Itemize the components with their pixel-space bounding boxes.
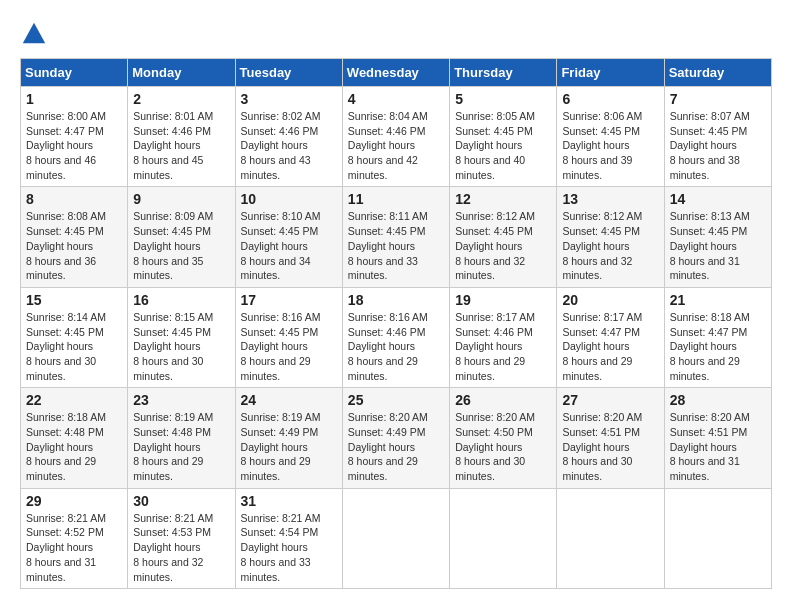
day-detail: Sunrise: 8:21 AMSunset: 4:53 PMDaylight … bbox=[133, 512, 213, 583]
day-header-wednesday: Wednesday bbox=[342, 59, 449, 87]
calendar-table: SundayMondayTuesdayWednesdayThursdayFrid… bbox=[20, 58, 772, 589]
calendar-day-cell: 28 Sunrise: 8:20 AMSunset: 4:51 PMDaylig… bbox=[664, 388, 771, 488]
calendar-day-cell: 8 Sunrise: 8:08 AMSunset: 4:45 PMDayligh… bbox=[21, 187, 128, 287]
day-detail: Sunrise: 8:12 AMSunset: 4:45 PMDaylight … bbox=[562, 210, 642, 281]
day-detail: Sunrise: 8:20 AMSunset: 4:51 PMDaylight … bbox=[562, 411, 642, 482]
calendar-day-cell: 26 Sunrise: 8:20 AMSunset: 4:50 PMDaylig… bbox=[450, 388, 557, 488]
calendar-day-cell: 3 Sunrise: 8:02 AMSunset: 4:46 PMDayligh… bbox=[235, 87, 342, 187]
calendar-day-cell: 29 Sunrise: 8:21 AMSunset: 4:52 PMDaylig… bbox=[21, 488, 128, 588]
day-number: 16 bbox=[133, 292, 229, 308]
calendar-day-cell: 18 Sunrise: 8:16 AMSunset: 4:46 PMDaylig… bbox=[342, 287, 449, 387]
calendar-day-cell: 7 Sunrise: 8:07 AMSunset: 4:45 PMDayligh… bbox=[664, 87, 771, 187]
day-header-tuesday: Tuesday bbox=[235, 59, 342, 87]
day-detail: Sunrise: 8:19 AMSunset: 4:49 PMDaylight … bbox=[241, 411, 321, 482]
day-detail: Sunrise: 8:18 AMSunset: 4:47 PMDaylight … bbox=[670, 311, 750, 382]
calendar-header-row: SundayMondayTuesdayWednesdayThursdayFrid… bbox=[21, 59, 772, 87]
calendar-day-cell bbox=[664, 488, 771, 588]
day-detail: Sunrise: 8:11 AMSunset: 4:45 PMDaylight … bbox=[348, 210, 428, 281]
day-detail: Sunrise: 8:17 AMSunset: 4:47 PMDaylight … bbox=[562, 311, 642, 382]
calendar-day-cell bbox=[557, 488, 664, 588]
day-number: 31 bbox=[241, 493, 337, 509]
day-detail: Sunrise: 8:08 AMSunset: 4:45 PMDaylight … bbox=[26, 210, 106, 281]
day-number: 26 bbox=[455, 392, 551, 408]
day-detail: Sunrise: 8:10 AMSunset: 4:45 PMDaylight … bbox=[241, 210, 321, 281]
calendar-day-cell: 21 Sunrise: 8:18 AMSunset: 4:47 PMDaylig… bbox=[664, 287, 771, 387]
day-number: 23 bbox=[133, 392, 229, 408]
day-detail: Sunrise: 8:12 AMSunset: 4:45 PMDaylight … bbox=[455, 210, 535, 281]
day-detail: Sunrise: 8:14 AMSunset: 4:45 PMDaylight … bbox=[26, 311, 106, 382]
calendar-day-cell: 1 Sunrise: 8:00 AMSunset: 4:47 PMDayligh… bbox=[21, 87, 128, 187]
calendar-day-cell: 11 Sunrise: 8:11 AMSunset: 4:45 PMDaylig… bbox=[342, 187, 449, 287]
calendar-day-cell: 25 Sunrise: 8:20 AMSunset: 4:49 PMDaylig… bbox=[342, 388, 449, 488]
day-number: 4 bbox=[348, 91, 444, 107]
calendar-day-cell: 19 Sunrise: 8:17 AMSunset: 4:46 PMDaylig… bbox=[450, 287, 557, 387]
day-number: 8 bbox=[26, 191, 122, 207]
day-detail: Sunrise: 8:18 AMSunset: 4:48 PMDaylight … bbox=[26, 411, 106, 482]
calendar-day-cell: 4 Sunrise: 8:04 AMSunset: 4:46 PMDayligh… bbox=[342, 87, 449, 187]
calendar-day-cell: 20 Sunrise: 8:17 AMSunset: 4:47 PMDaylig… bbox=[557, 287, 664, 387]
day-number: 15 bbox=[26, 292, 122, 308]
day-number: 19 bbox=[455, 292, 551, 308]
day-header-friday: Friday bbox=[557, 59, 664, 87]
calendar-day-cell: 22 Sunrise: 8:18 AMSunset: 4:48 PMDaylig… bbox=[21, 388, 128, 488]
calendar-day-cell bbox=[450, 488, 557, 588]
day-detail: Sunrise: 8:21 AMSunset: 4:52 PMDaylight … bbox=[26, 512, 106, 583]
calendar-day-cell: 6 Sunrise: 8:06 AMSunset: 4:45 PMDayligh… bbox=[557, 87, 664, 187]
day-detail: Sunrise: 8:16 AMSunset: 4:45 PMDaylight … bbox=[241, 311, 321, 382]
day-number: 29 bbox=[26, 493, 122, 509]
calendar-day-cell: 13 Sunrise: 8:12 AMSunset: 4:45 PMDaylig… bbox=[557, 187, 664, 287]
day-header-thursday: Thursday bbox=[450, 59, 557, 87]
svg-marker-0 bbox=[23, 23, 45, 44]
day-number: 5 bbox=[455, 91, 551, 107]
day-number: 18 bbox=[348, 292, 444, 308]
day-number: 12 bbox=[455, 191, 551, 207]
day-detail: Sunrise: 8:15 AMSunset: 4:45 PMDaylight … bbox=[133, 311, 213, 382]
day-detail: Sunrise: 8:20 AMSunset: 4:49 PMDaylight … bbox=[348, 411, 428, 482]
day-detail: Sunrise: 8:13 AMSunset: 4:45 PMDaylight … bbox=[670, 210, 750, 281]
calendar-week-row: 15 Sunrise: 8:14 AMSunset: 4:45 PMDaylig… bbox=[21, 287, 772, 387]
day-detail: Sunrise: 8:05 AMSunset: 4:45 PMDaylight … bbox=[455, 110, 535, 181]
day-detail: Sunrise: 8:02 AMSunset: 4:46 PMDaylight … bbox=[241, 110, 321, 181]
day-detail: Sunrise: 8:07 AMSunset: 4:45 PMDaylight … bbox=[670, 110, 750, 181]
day-number: 17 bbox=[241, 292, 337, 308]
day-number: 20 bbox=[562, 292, 658, 308]
calendar-day-cell: 31 Sunrise: 8:21 AMSunset: 4:54 PMDaylig… bbox=[235, 488, 342, 588]
day-number: 13 bbox=[562, 191, 658, 207]
calendar-day-cell: 16 Sunrise: 8:15 AMSunset: 4:45 PMDaylig… bbox=[128, 287, 235, 387]
day-number: 1 bbox=[26, 91, 122, 107]
calendar-day-cell: 10 Sunrise: 8:10 AMSunset: 4:45 PMDaylig… bbox=[235, 187, 342, 287]
calendar-week-row: 1 Sunrise: 8:00 AMSunset: 4:47 PMDayligh… bbox=[21, 87, 772, 187]
day-detail: Sunrise: 8:17 AMSunset: 4:46 PMDaylight … bbox=[455, 311, 535, 382]
calendar-day-cell: 23 Sunrise: 8:19 AMSunset: 4:48 PMDaylig… bbox=[128, 388, 235, 488]
day-header-saturday: Saturday bbox=[664, 59, 771, 87]
calendar-day-cell bbox=[342, 488, 449, 588]
day-detail: Sunrise: 8:20 AMSunset: 4:50 PMDaylight … bbox=[455, 411, 535, 482]
day-number: 22 bbox=[26, 392, 122, 408]
calendar-day-cell: 12 Sunrise: 8:12 AMSunset: 4:45 PMDaylig… bbox=[450, 187, 557, 287]
day-number: 7 bbox=[670, 91, 766, 107]
day-detail: Sunrise: 8:20 AMSunset: 4:51 PMDaylight … bbox=[670, 411, 750, 482]
calendar-day-cell: 30 Sunrise: 8:21 AMSunset: 4:53 PMDaylig… bbox=[128, 488, 235, 588]
day-number: 2 bbox=[133, 91, 229, 107]
day-number: 10 bbox=[241, 191, 337, 207]
day-detail: Sunrise: 8:01 AMSunset: 4:46 PMDaylight … bbox=[133, 110, 213, 181]
day-number: 25 bbox=[348, 392, 444, 408]
page-header bbox=[20, 20, 772, 48]
day-number: 14 bbox=[670, 191, 766, 207]
calendar-day-cell: 2 Sunrise: 8:01 AMSunset: 4:46 PMDayligh… bbox=[128, 87, 235, 187]
logo-icon bbox=[20, 20, 48, 48]
day-number: 21 bbox=[670, 292, 766, 308]
day-detail: Sunrise: 8:16 AMSunset: 4:46 PMDaylight … bbox=[348, 311, 428, 382]
calendar-week-row: 22 Sunrise: 8:18 AMSunset: 4:48 PMDaylig… bbox=[21, 388, 772, 488]
day-detail: Sunrise: 8:09 AMSunset: 4:45 PMDaylight … bbox=[133, 210, 213, 281]
day-number: 30 bbox=[133, 493, 229, 509]
day-detail: Sunrise: 8:00 AMSunset: 4:47 PMDaylight … bbox=[26, 110, 106, 181]
day-detail: Sunrise: 8:21 AMSunset: 4:54 PMDaylight … bbox=[241, 512, 321, 583]
calendar-day-cell: 9 Sunrise: 8:09 AMSunset: 4:45 PMDayligh… bbox=[128, 187, 235, 287]
calendar-day-cell: 14 Sunrise: 8:13 AMSunset: 4:45 PMDaylig… bbox=[664, 187, 771, 287]
day-number: 28 bbox=[670, 392, 766, 408]
calendar-day-cell: 5 Sunrise: 8:05 AMSunset: 4:45 PMDayligh… bbox=[450, 87, 557, 187]
day-number: 3 bbox=[241, 91, 337, 107]
day-number: 6 bbox=[562, 91, 658, 107]
day-detail: Sunrise: 8:04 AMSunset: 4:46 PMDaylight … bbox=[348, 110, 428, 181]
